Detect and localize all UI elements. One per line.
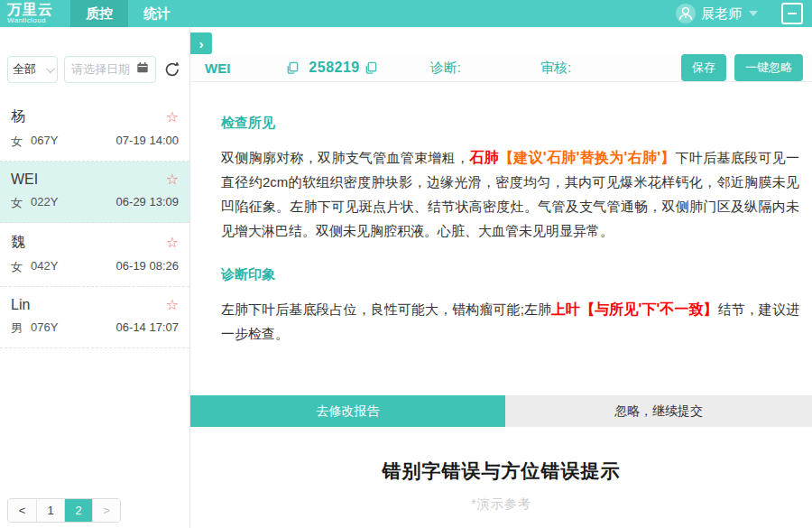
findings-suggestion[interactable]: 【建议'石肺'替换为'右肺'】 [499, 150, 676, 165]
patient-gender: 男 [11, 320, 23, 337]
date-placeholder: 请选择日期 [71, 61, 136, 78]
impression-error-term[interactable]: 上叶【与所见'下'不一致】 [551, 301, 718, 317]
date-picker-input[interactable]: 请选择日期 [64, 56, 156, 83]
ignore-all-button[interactable]: 一键忽略 [734, 54, 803, 81]
chevron-down-icon[interactable] [749, 11, 758, 16]
patient-time: 06-14 17:07 [116, 320, 179, 337]
patient-age: 076Y [31, 320, 58, 337]
patient-time: 06-29 13:09 [116, 195, 179, 211]
findings-text: 双侧胸廓对称，双肺支气管血管束增粗，石肺【建议'石肺'替换为'右肺'】下叶后基底… [221, 145, 799, 243]
tab-quality-control[interactable]: 质控 [70, 0, 128, 27]
star-icon[interactable]: ☆ [166, 172, 179, 187]
copy-icon[interactable] [286, 61, 300, 75]
findings-text-before: 双侧胸廓对称，双肺支气管血管束增粗， [221, 150, 469, 165]
username[interactable]: 展老师 [701, 5, 742, 23]
review-label: 审核: [540, 60, 571, 77]
findings-error-term[interactable]: 石肺 [469, 150, 499, 165]
report-header: WEI 258219 诊断: 审核: 保存 一键忽略 [190, 54, 812, 82]
patient-row-yang[interactable]: 杨 ☆ 女 067Y 07-19 14:00 [0, 97, 189, 162]
diagnosis-label: 诊断: [430, 60, 461, 77]
patient-name: 魏 [11, 233, 25, 252]
minimize-icon [788, 13, 797, 14]
filter-bar: 全部 请选择日期 [0, 56, 189, 83]
star-icon[interactable]: ☆ [166, 298, 179, 312]
pagination-page-2-active[interactable]: 2 [64, 499, 92, 522]
patient-name: 杨 [11, 107, 25, 126]
pagination: < 1 2 > [7, 498, 121, 523]
filter-dropdown[interactable]: 全部 [7, 56, 58, 83]
patient-gender: 女 [11, 259, 23, 275]
brand-title: 万里云 [7, 3, 70, 16]
study-id: 258219 [309, 60, 359, 76]
patient-time: 07-19 14:00 [116, 134, 179, 150]
refresh-icon[interactable] [162, 60, 182, 79]
patient-row-wei2[interactable]: 魏 ☆ 女 042Y 06-19 08:26 [0, 223, 189, 287]
brand-logo: 万里云 Wanlicloud [0, 0, 70, 27]
star-icon[interactable]: ☆ [166, 236, 179, 250]
impression-text-before: 左肺下叶后基底段占位，良性可能大，错构瘤可能;左肺 [221, 301, 551, 317]
navbar-right: 展老师 [676, 0, 812, 27]
patient-gender: 女 [11, 134, 23, 150]
top-navbar: 万里云 Wanlicloud 质控 统计 展老师 [0, 0, 812, 27]
copy-icon[interactable] [364, 61, 378, 75]
patient-list: 杨 ☆ 女 067Y 07-19 14:00 WEI ☆ 女 [0, 97, 189, 348]
patient-age: 022Y [31, 195, 58, 211]
minimize-button[interactable] [781, 3, 803, 24]
patient-sidebar: 全部 请选择日期 [0, 27, 190, 528]
chevron-down-icon [46, 64, 55, 73]
demo-caption: 错别字错误与方位错误提示 [190, 459, 812, 484]
impression-text: 左肺下叶后基底段占位，良性可能大，错构瘤可能;左肺上叶【与所见'下'不一致】结节… [221, 297, 799, 346]
patient-age: 042Y [31, 259, 58, 275]
ignore-continue-button[interactable]: 忽略，继续提交 [505, 395, 812, 427]
patient-row-lin[interactable]: Lin ☆ 男 076Y 06-14 17:07 [0, 287, 189, 348]
star-icon[interactable]: ☆ [166, 110, 179, 125]
collapse-sidebar-button[interactable]: › [190, 32, 212, 54]
content-area: 全部 请选择日期 [0, 27, 812, 528]
tab-statistics[interactable]: 统计 [128, 0, 186, 27]
patient-time: 06-19 08:26 [116, 259, 179, 275]
user-avatar-icon[interactable] [676, 4, 696, 23]
report-panel: › WEI 258219 诊断: 审核: [190, 27, 812, 528]
patient-age: 067Y [31, 134, 58, 150]
patient-gender: 女 [11, 195, 23, 211]
app-window: 万里云 Wanlicloud 质控 统计 展老师 全部 [0, 0, 812, 528]
action-row: 去修改报告 忽略，继续提交 [190, 395, 812, 427]
calendar-icon [136, 61, 149, 78]
filter-dropdown-value: 全部 [13, 61, 36, 78]
caption-area: 错别字错误与方位错误提示 *演示参考 [190, 459, 812, 513]
pagination-next-button[interactable]: > [92, 499, 120, 522]
pagination-page-1[interactable]: 1 [36, 499, 64, 522]
pagination-prev-button[interactable]: < [8, 499, 36, 522]
brand-subtitle: Wanlicloud [7, 16, 70, 24]
save-button[interactable]: 保存 [681, 54, 726, 81]
modify-report-button[interactable]: 去修改报告 [190, 395, 505, 427]
patient-name: Lin [11, 297, 30, 313]
demo-footnote: *演示参考 [190, 496, 812, 513]
patient-name: WEI [11, 171, 38, 188]
findings-heading: 检查所见 [221, 115, 799, 132]
report-patient-name: WEI [205, 60, 230, 76]
patient-row-wei-selected[interactable]: WEI ☆ 女 022Y 06-29 13:09 [0, 162, 189, 223]
impression-heading: 诊断印象 [221, 266, 799, 283]
report-body: 检查所见 双侧胸廓对称，双肺支气管血管束增粗，石肺【建议'石肺'替换为'右肺'】… [190, 82, 812, 346]
